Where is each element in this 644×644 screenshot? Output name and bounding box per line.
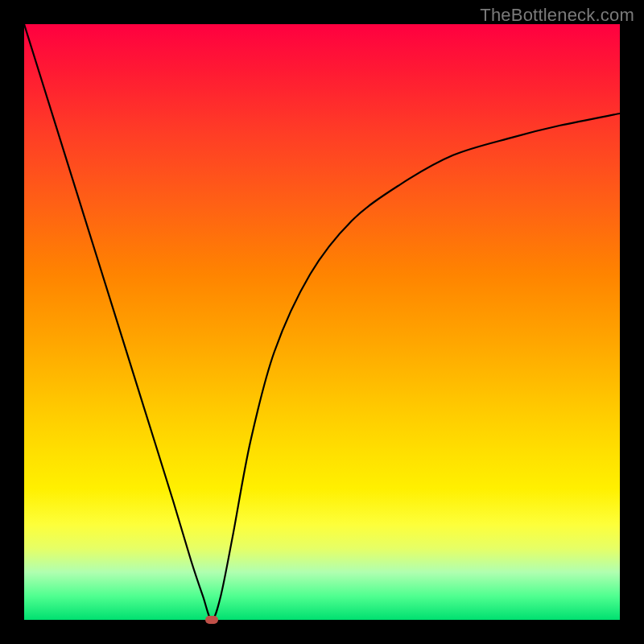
bottleneck-curve <box>24 24 620 620</box>
plot-area <box>24 24 620 620</box>
curve-svg <box>24 24 620 620</box>
chart-frame: TheBottleneck.com <box>0 0 644 644</box>
minimum-marker <box>205 616 218 624</box>
watermark-text: TheBottleneck.com <box>480 5 634 26</box>
